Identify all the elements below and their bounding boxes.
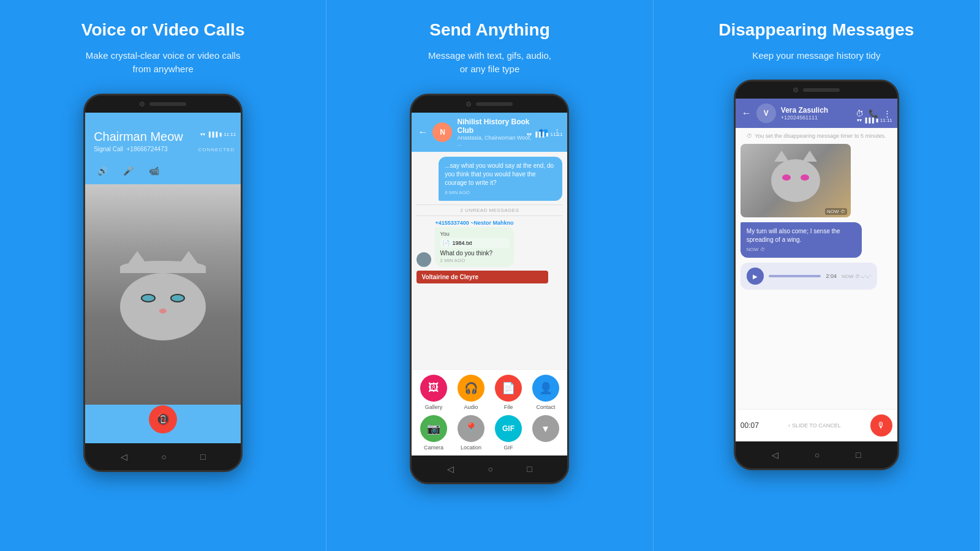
voice-duration: 2:04: [826, 273, 837, 279]
timer-symbol: ⏱: [747, 133, 752, 139]
dm-screen: ← V Vera Zasulich +12024561111 ⏱ 📞 ⋮ ⏱: [736, 99, 897, 441]
camera-dot-3: [793, 88, 798, 92]
home-nav-3[interactable]: ○: [815, 450, 820, 460]
voltairine-bar: Voltairine de Cleyre: [417, 271, 548, 283]
sender1-name: +4155337400 ~Nestor Mahkno: [435, 220, 513, 226]
chat-screen: ← N Nihilist History Book Club Anastasia…: [412, 113, 567, 455]
phone2-top: [412, 96, 567, 113]
voice-message: ▶ 2:04 NOW ⏱ ✓✓: [741, 263, 877, 290]
phone3-top: [736, 81, 897, 99]
gallery-label: Gallery: [425, 404, 443, 410]
attach-file[interactable]: 📄 File: [491, 375, 525, 410]
back-nav-2[interactable]: ◁: [447, 464, 454, 474]
attach-gif[interactable]: GIF GIF: [491, 415, 525, 451]
time-display-1: 11:11: [224, 132, 236, 137]
contact-label: Contact: [536, 404, 555, 410]
status-icons-1: ▾▾ ▐▐▐ ▮ 11:11: [200, 132, 236, 137]
voice-time: NOW ⏱ ✓✓: [842, 274, 871, 279]
wifi-icon-2: ▾▾: [527, 132, 532, 137]
panel2-subtitle: Message with text, gifs, audio,or any fi…: [428, 49, 551, 77]
panel-voice-calls: Voice or Video Calls Make crystal-clear …: [0, 0, 326, 551]
left-arrow-icon: ‹: [788, 422, 790, 429]
time-display-2: 11:11: [550, 132, 562, 137]
attach-contact[interactable]: 👤 Contact: [529, 375, 562, 410]
back-nav[interactable]: ◁: [121, 452, 127, 462]
home-nav-2[interactable]: ○: [488, 464, 493, 474]
status-bar-3: ▾▾ ▐▐▐ ▮ 11:11: [736, 116, 897, 125]
panel-send-anything: Send Anything Message with text, gifs, a…: [326, 0, 653, 551]
time-display-3: 11:11: [880, 118, 892, 123]
recent-nav-3[interactable]: □: [856, 450, 861, 460]
phone3-nav: ◁ ○ □: [736, 441, 897, 468]
file-icon: 📄: [443, 240, 450, 246]
location-label: Location: [461, 444, 481, 451]
audio-icon: 🎧: [458, 375, 484, 402]
status-icons-2: ▾▾ ▐▐▐ ▮ 11:11: [527, 132, 562, 137]
battery-icon-2: ▮: [546, 132, 548, 137]
sender1-avatar: [417, 252, 431, 267]
wifi-icon-3: ▾▾: [857, 118, 862, 123]
unread-divider: 2 UNREAD MESSAGES: [417, 204, 562, 216]
end-call-button[interactable]: 📵: [149, 405, 177, 433]
signal-icon-2: ▐▐▐: [533, 132, 544, 137]
attach-location[interactable]: 📍 Location: [454, 415, 488, 451]
attach-camera[interactable]: 📷 Camera: [417, 415, 450, 451]
signal-icon-3: ▐▐▐: [864, 118, 874, 123]
voice-play-btn[interactable]: ▶: [747, 268, 764, 285]
speaker-btn[interactable]: 🔊: [94, 162, 111, 179]
call-controls: 🔊 🎤 📹: [85, 157, 241, 184]
recent-nav-2[interactable]: □: [527, 464, 532, 474]
location-icon: 📍: [458, 415, 484, 442]
timer-note: ⏱ You set the disappearing message timer…: [741, 133, 892, 139]
phone2-screen: ▾▾ ▐▐▐ ▮ 11:11 ← N Nihilist History Book…: [412, 113, 567, 455]
sent-message-1: ...say what you would say at the end, do…: [439, 157, 562, 201]
speaker-slot-3: [803, 88, 840, 92]
camera-label: Camera: [424, 444, 443, 451]
speaker-slot-2: [476, 102, 513, 106]
attach-more[interactable]: ▾: [529, 415, 562, 451]
contact-icon: 👤: [532, 375, 559, 402]
panel3-title: Disappearing Messages: [718, 20, 914, 40]
mute-btn[interactable]: 🎤: [119, 162, 137, 179]
wifi-icon: ▾▾: [200, 132, 205, 137]
video-btn[interactable]: 📹: [145, 162, 162, 179]
connected-badge: CONNECTED: [198, 147, 235, 152]
attach-gallery[interactable]: 🖼 Gallery: [417, 375, 450, 410]
cat-photo: NOW ⏱: [741, 144, 851, 217]
sender1-bubble: +4155337400 ~Nestor Mahkno You 📄 1984.tx…: [435, 220, 513, 267]
back-nav-3[interactable]: ◁: [772, 450, 778, 460]
record-timer: 00:07: [741, 421, 759, 430]
file-attachment: 📄 1984.txt: [440, 238, 508, 248]
sender1-msg-bubble: You 📄 1984.txt What do you think? 2 MIN …: [435, 227, 513, 267]
phone3-screen: ▾▾ ▐▐▐ ▮ 11:11 ← V Vera Zasulich +120245…: [736, 99, 897, 441]
file-type-icon: 📄: [495, 375, 522, 402]
attach-audio[interactable]: 🎧 Audio: [454, 375, 488, 410]
panel1-title: Voice or Video Calls: [81, 20, 245, 40]
phone-3: ▾▾ ▐▐▐ ▮ 11:11 ← V Vera Zasulich +120245…: [734, 80, 899, 470]
voice-waveform: [769, 275, 821, 277]
mic-button[interactable]: 🎙: [870, 414, 892, 437]
panel3-subtitle: Keep your message history tidy: [752, 49, 880, 63]
home-nav[interactable]: ○: [161, 452, 166, 462]
sent-msg-row: ...say what you would say at the end, do…: [417, 157, 562, 201]
slide-cancel: ‹ SLIDE TO CANCEL: [788, 422, 841, 429]
status-bar-2: ▾▾ ▐▐▐ ▮ 11:11: [412, 130, 567, 139]
text-message-bubble: My turn will also come; I sense the spre…: [741, 222, 862, 258]
camera-dot: [140, 102, 145, 107]
recent-nav[interactable]: □: [200, 452, 205, 462]
dm-contact-name: Vera Zasulich: [781, 106, 851, 114]
camera-icon: 📷: [420, 415, 447, 442]
gallery-icon: 🖼: [420, 375, 447, 402]
phone2-nav: ◁ ○ □: [412, 455, 567, 482]
audio-label: Audio: [464, 404, 478, 410]
more-attach-icon: ▾: [532, 415, 559, 442]
photo-time: NOW ⏱: [825, 208, 847, 215]
phone1-screen: ▾▾ ▐▐▐ ▮ 11:11 Chairman Meow Signal Call…: [85, 113, 241, 443]
attach-grid-row1: 🖼 Gallery 🎧 Audio 📄 File 👤 Contact: [412, 369, 567, 415]
panel1-subtitle: Make crystal-clear voice or video callsf…: [86, 49, 241, 77]
camera-dot-2: [466, 102, 471, 107]
signal-icon: ▐▐▐: [207, 132, 217, 137]
dm-footer: 00:07 ‹ SLIDE TO CANCEL 🎙: [736, 409, 897, 441]
caller-photo: [85, 184, 241, 405]
photo-message: NOW ⏱: [741, 144, 851, 217]
